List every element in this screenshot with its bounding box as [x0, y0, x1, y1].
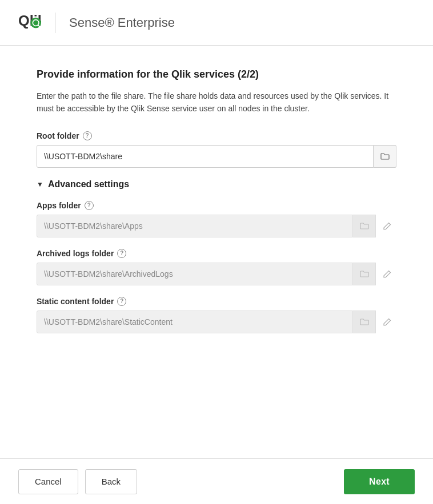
- folder-icon: [380, 152, 390, 161]
- static-content-browse-button: [353, 311, 376, 333]
- static-content-edit-button[interactable]: [378, 311, 396, 333]
- archived-logs-input: [37, 263, 353, 285]
- advanced-settings-toggle[interactable]: ▼ Advanced settings: [37, 179, 396, 189]
- apps-folder-label: Apps folder ?: [37, 201, 396, 210]
- section-title: Provide information for the Qlik service…: [37, 68, 396, 80]
- root-folder-browse-button[interactable]: [374, 145, 396, 168]
- archived-logs-help-icon[interactable]: ?: [117, 249, 126, 258]
- header-title: Sense® Enterprise: [69, 15, 175, 30]
- footer-left-buttons: Cancel Back: [18, 469, 137, 494]
- description-text: Enter the path to the file share. The fi…: [37, 90, 396, 115]
- header: Qlik Sense® Enterprise: [0, 0, 433, 46]
- static-content-field: Static content folder ?: [37, 297, 396, 333]
- root-folder-help-icon[interactable]: ?: [83, 131, 92, 140]
- root-folder-label: Root folder ?: [37, 131, 396, 140]
- static-content-input-row: [37, 311, 396, 333]
- chevron-down-icon: ▼: [37, 180, 43, 188]
- archived-logs-browse-button: [353, 263, 376, 285]
- advanced-settings-label: Advanced settings: [48, 179, 129, 189]
- apps-folder-input-row: [37, 215, 396, 237]
- advanced-section: ▼ Advanced settings Apps folder ?: [37, 179, 396, 333]
- edit-icon: [383, 318, 391, 326]
- back-button[interactable]: Back: [85, 469, 137, 494]
- archived-logs-edit-button[interactable]: [378, 263, 396, 285]
- apps-folder-help-icon[interactable]: ?: [85, 201, 94, 210]
- edit-icon: [383, 222, 391, 230]
- root-folder-field: Root folder ?: [37, 131, 396, 168]
- archived-logs-field: Archived logs folder ?: [37, 249, 396, 285]
- apps-folder-browse-button: [353, 215, 376, 237]
- root-folder-input-row: [37, 145, 396, 168]
- folder-icon: [360, 269, 369, 279]
- edit-icon: [383, 270, 391, 278]
- next-button[interactable]: Next: [344, 469, 415, 494]
- qlik-logo-icon: Qlik: [18, 11, 41, 34]
- archived-logs-input-row: [37, 263, 396, 285]
- archived-logs-label: Archived logs folder ?: [37, 249, 396, 258]
- logo-area: Qlik: [18, 11, 41, 34]
- apps-folder-input: [37, 215, 353, 237]
- main-content: Provide information for the Qlik service…: [0, 46, 433, 356]
- static-content-help-icon[interactable]: ?: [117, 297, 126, 306]
- root-folder-input[interactable]: [37, 145, 374, 168]
- static-content-input: [37, 311, 353, 333]
- cancel-button[interactable]: Cancel: [18, 469, 78, 494]
- apps-folder-field: Apps folder ?: [37, 201, 396, 237]
- folder-icon: [360, 221, 369, 231]
- footer: Cancel Back Next: [0, 458, 433, 504]
- static-content-label: Static content folder ?: [37, 297, 396, 306]
- apps-folder-edit-button[interactable]: [378, 215, 396, 237]
- header-divider: [55, 13, 55, 33]
- folder-icon: [360, 317, 369, 326]
